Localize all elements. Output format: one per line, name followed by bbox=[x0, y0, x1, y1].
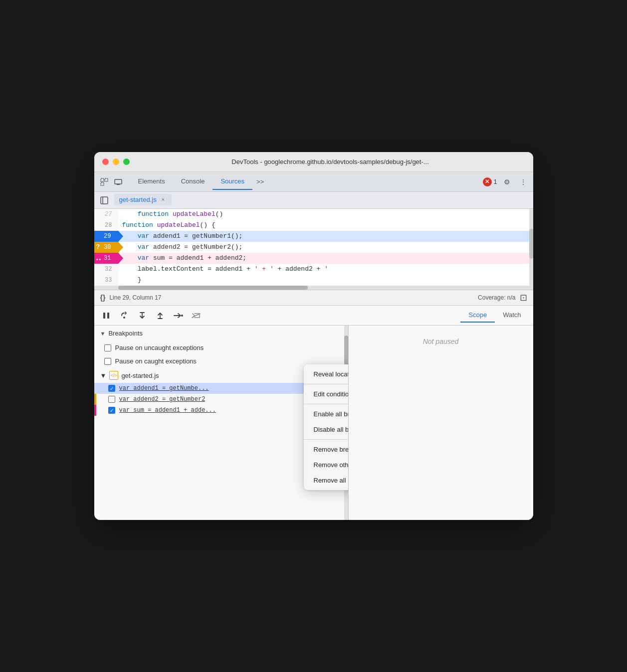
svg-rect-4 bbox=[117, 184, 120, 185]
status-right: Coverage: n/a ⊡ bbox=[478, 292, 527, 303]
svg-rect-3 bbox=[115, 179, 122, 184]
line-number-28: 28 bbox=[94, 220, 118, 231]
file-tab-bar: get-started.js × bbox=[94, 192, 533, 209]
code-line-32: 32 label.textContent = addend1 + ' + ' +… bbox=[94, 264, 533, 275]
context-edit-condition[interactable]: Edit condition bbox=[304, 386, 349, 402]
pause-uncaught-checkbox[interactable] bbox=[104, 344, 111, 351]
context-remove-other[interactable]: Remove other breakpoints bbox=[304, 457, 349, 473]
lower-panel: ▼ Breakpoints Pause on uncaught exceptio… bbox=[94, 326, 533, 520]
line-number-29: 29 bbox=[94, 231, 118, 242]
code-scrollbar-h-thumb[interactable] bbox=[118, 286, 308, 290]
code-scrollbar-v[interactable] bbox=[529, 209, 533, 290]
settings-icon[interactable]: ⚙ bbox=[501, 176, 513, 188]
breakpoints-section-header[interactable]: ▼ Breakpoints bbox=[94, 326, 348, 341]
title-bar: DevTools - googlechrome.github.io/devtoo… bbox=[94, 152, 533, 172]
context-enable-all[interactable]: Enable all breakpoints bbox=[304, 406, 349, 422]
file-arrow: ▼ bbox=[100, 372, 107, 379]
context-remove-breakpoint[interactable]: Remove breakpoint bbox=[304, 442, 349, 457]
step-button[interactable] bbox=[170, 308, 186, 324]
error-icon: ✕ bbox=[483, 177, 492, 186]
line-content-30: var addend2 = getNumber2(); bbox=[118, 242, 243, 253]
code-line-27: 27 function updateLabel() bbox=[94, 209, 533, 220]
debug-toolbar-left bbox=[98, 308, 204, 324]
context-remove-all[interactable]: Remove all breakpoints bbox=[304, 473, 349, 488]
cursor-icon[interactable] bbox=[98, 176, 110, 188]
code-line-31: ••31 var sum = addend1 + addend2; bbox=[94, 253, 533, 264]
line-content-29: var addend1 = getNumber1(); bbox=[118, 231, 243, 242]
tab-bar-icons bbox=[98, 176, 124, 188]
file-tab-close[interactable]: × bbox=[160, 196, 167, 203]
minimize-button[interactable] bbox=[113, 159, 119, 165]
context-divider-1 bbox=[304, 384, 349, 384]
svg-point-15 bbox=[181, 315, 183, 317]
pause-uncaught-label: Pause on uncaught exceptions bbox=[115, 344, 204, 351]
tab-console[interactable]: Console bbox=[173, 173, 213, 190]
pause-caught-label: Pause on caught exceptions bbox=[115, 357, 197, 365]
context-reveal-location[interactable]: Reveal location bbox=[304, 366, 349, 382]
coverage-icon[interactable]: ⊡ bbox=[520, 292, 527, 303]
code-scrollbar-h[interactable] bbox=[94, 286, 533, 290]
scope-panel: Not paused bbox=[349, 326, 533, 520]
more-icon[interactable]: ⋮ bbox=[517, 176, 529, 188]
code-scroll: 27 function updateLabel() 28 function up… bbox=[94, 209, 533, 286]
context-menu: Reveal location Edit condition Enable al… bbox=[304, 364, 349, 490]
line-number-30: ?30 bbox=[94, 242, 118, 253]
close-button[interactable] bbox=[102, 159, 109, 165]
pause-uncaught-option[interactable]: Pause on uncaught exceptions bbox=[94, 341, 348, 354]
not-paused-label: Not paused bbox=[423, 337, 459, 345]
status-left: {} Line 29, Column 17 bbox=[100, 294, 162, 302]
tab-bar: Elements Console Sources >> ✕ 1 ⚙ ⋮ bbox=[94, 172, 533, 192]
svg-rect-2 bbox=[101, 182, 104, 185]
line-content-27: function updateLabel() bbox=[118, 209, 223, 220]
cursor-position: Line 29, Column 17 bbox=[109, 294, 161, 301]
tab-bar-right: ✕ 1 ⚙ ⋮ bbox=[483, 176, 529, 188]
coverage-status: Coverage: n/a bbox=[478, 294, 515, 301]
context-disable-all[interactable]: Disable all breakpoints bbox=[304, 422, 349, 437]
bp2-text: var addend2 = getNumber2 bbox=[119, 396, 206, 403]
tab-elements[interactable]: Elements bbox=[130, 173, 173, 190]
bp3-text: var sum = addend1 + adde... bbox=[119, 407, 216, 414]
line-number-33: 33 bbox=[94, 275, 118, 286]
tab-watch[interactable]: Watch bbox=[495, 308, 529, 323]
code-scrollbar-v-thumb[interactable] bbox=[529, 229, 533, 259]
tab-overflow[interactable]: >> bbox=[252, 174, 268, 189]
svg-rect-7 bbox=[103, 313, 105, 319]
code-line-33: 33 } bbox=[94, 275, 533, 286]
sidebar-toggle[interactable] bbox=[98, 194, 110, 206]
step-into-button[interactable] bbox=[134, 308, 150, 324]
maximize-button[interactable] bbox=[123, 159, 130, 165]
breakpoints-panel: ▼ Breakpoints Pause on uncaught exceptio… bbox=[94, 326, 349, 520]
file-tab[interactable]: get-started.js × bbox=[114, 194, 172, 206]
device-icon[interactable] bbox=[112, 176, 124, 188]
line-number-31: ••31 bbox=[94, 253, 118, 264]
traffic-lights bbox=[102, 159, 130, 165]
code-line-28: 28 function updateLabel() { bbox=[94, 220, 533, 231]
file-tab-name: get-started.js bbox=[119, 196, 157, 203]
deactivate-button[interactable] bbox=[188, 308, 204, 324]
bp2-checkbox[interactable] bbox=[108, 396, 115, 403]
step-out-button[interactable] bbox=[152, 308, 168, 324]
file-section-name: get-started.js bbox=[121, 372, 159, 379]
code-line-30: ?30 var addend2 = getNumber2(); bbox=[94, 242, 533, 253]
svg-rect-8 bbox=[107, 313, 109, 319]
line-content-33: } bbox=[118, 275, 142, 286]
bp3-checkbox[interactable] bbox=[108, 407, 115, 414]
line-content-32: label.textContent = addend1 + ' + ' + ad… bbox=[118, 264, 329, 275]
bp1-text: var addend1 = getNumbe... bbox=[119, 385, 209, 392]
svg-point-9 bbox=[123, 317, 125, 319]
tab-sources[interactable]: Sources bbox=[212, 173, 252, 190]
format-icon[interactable]: {} bbox=[100, 294, 106, 302]
devtools-window: DevTools - googlechrome.github.io/devtoo… bbox=[94, 152, 533, 520]
tab-scope[interactable]: Scope bbox=[460, 308, 495, 323]
code-editor[interactable]: 27 function updateLabel() 28 function up… bbox=[94, 209, 533, 290]
pause-button[interactable] bbox=[98, 308, 114, 324]
breakpoints-title: Breakpoints bbox=[108, 330, 143, 337]
code-line-29: 29 var addend1 = getNumber1(); bbox=[94, 231, 533, 242]
line-content-28: function updateLabel() { bbox=[118, 220, 215, 231]
step-over-button[interactable] bbox=[116, 308, 132, 324]
bp1-checkbox[interactable] bbox=[108, 385, 115, 392]
svg-rect-0 bbox=[101, 178, 104, 181]
breakpoints-arrow: ▼ bbox=[100, 331, 106, 336]
window-title: DevTools - googlechrome.github.io/devtoo… bbox=[136, 158, 525, 166]
pause-caught-checkbox[interactable] bbox=[104, 358, 111, 365]
